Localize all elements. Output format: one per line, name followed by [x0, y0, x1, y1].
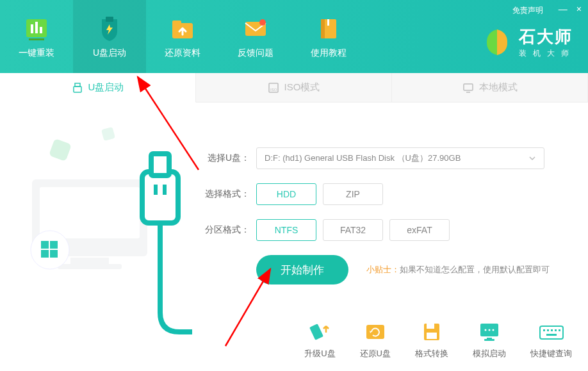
svg-rect-20 — [40, 187, 140, 238]
action-label: 格式转换 — [415, 348, 448, 359]
format-label: 选择格式： — [205, 188, 250, 200]
action-label: 快捷键查询 — [530, 348, 572, 359]
start-button[interactable]: 开始制作 — [256, 255, 348, 284]
format-hdd[interactable]: HDD — [256, 183, 316, 205]
nav-usb-boot[interactable]: U盘启动 — [73, 0, 146, 73]
svg-rect-29 — [50, 250, 58, 258]
nav-label: U盘启动 — [93, 47, 126, 59]
format-zip[interactable]: ZIP — [323, 183, 383, 205]
action-label: 模拟启动 — [473, 348, 506, 359]
usb-shield-icon — [95, 14, 124, 42]
svg-point-40 — [485, 329, 487, 331]
mail-icon — [241, 14, 270, 42]
svg-rect-11 — [321, 19, 325, 38]
svg-rect-34 — [309, 324, 323, 340]
action-simulate-boot[interactable]: 模拟启动 — [473, 321, 506, 359]
action-hotkey-query[interactable]: 快捷键查询 — [530, 321, 572, 359]
nav-label: 还原资料 — [165, 47, 200, 59]
svg-rect-1 — [31, 24, 33, 33]
monitor-dots-icon — [477, 321, 502, 343]
tip-body: 如果不知道怎么配置，使用默认配置即可 — [400, 265, 550, 274]
main-nav: 一键重装 U盘启动 还原资料 反馈问题 使用教程 — [0, 0, 365, 73]
udisk-label: 选择U盘： — [205, 153, 250, 164]
usb-icon — [72, 82, 83, 94]
nav-tutorial[interactable]: 使用教程 — [292, 0, 365, 73]
action-upgrade-usb[interactable]: 升级U盘 — [304, 321, 335, 359]
window-controls: — × — [559, 4, 582, 14]
svg-rect-3 — [40, 27, 42, 33]
tab-local[interactable]: 本地模式 — [392, 73, 588, 103]
nav-reinstall[interactable]: 一键重装 — [0, 0, 73, 73]
svg-rect-38 — [427, 333, 437, 339]
topbar: 免责声明 — × 一键重装 U盘启动 还原资料 反馈问题 — [0, 0, 588, 73]
action-label: 升级U盘 — [304, 348, 335, 359]
svg-rect-2 — [35, 22, 38, 33]
action-restore-usb[interactable]: 还原U盘 — [360, 321, 391, 359]
svg-rect-48 — [551, 329, 553, 331]
svg-rect-51 — [546, 334, 557, 336]
nav-label: 一键重装 — [19, 47, 54, 59]
svg-rect-30 — [142, 172, 178, 223]
svg-rect-47 — [547, 329, 549, 331]
main-panel: 选择U盘： D:F: (hd1) General USB Flash Disk … — [0, 103, 588, 371]
udisk-select[interactable]: D:F: (hd1) General USB Flash Disk （U盘）27… — [256, 147, 544, 169]
svg-rect-5 — [106, 17, 113, 22]
tip-text: 小贴士：如果不知道怎么配置，使用默认配置即可 — [366, 264, 550, 276]
nav-label: 使用教程 — [311, 47, 347, 59]
svg-point-9 — [259, 19, 266, 26]
usb-illustration — [0, 115, 192, 340]
svg-text:ISO: ISO — [270, 88, 277, 92]
svg-rect-21 — [70, 258, 109, 264]
action-format-convert[interactable]: 格式转换 — [415, 321, 448, 359]
folder-up-icon — [168, 14, 197, 42]
tab-label: U盘启动 — [88, 81, 124, 94]
disclaimer-link[interactable]: 免责声明 — [512, 5, 543, 16]
tab-usb-boot[interactable]: U盘启动 — [0, 73, 196, 103]
restore-icon — [363, 321, 388, 343]
udisk-value: D:F: (hd1) General USB Flash Disk （U盘）27… — [265, 153, 461, 164]
svg-rect-27 — [50, 241, 58, 249]
svg-rect-4 — [29, 38, 44, 40]
bar-chart-icon — [22, 14, 51, 42]
svg-rect-46 — [543, 329, 545, 331]
svg-rect-50 — [559, 329, 560, 331]
svg-rect-22 — [58, 264, 122, 269]
partition-exfat[interactable]: exFAT — [389, 219, 450, 241]
svg-rect-33 — [163, 185, 167, 195]
bottom-actions: 升级U盘 还原U盘 格式转换 模拟启动 快捷键查询 — [304, 321, 572, 359]
minimize-button[interactable]: — — [559, 4, 568, 14]
svg-rect-24 — [101, 127, 115, 141]
svg-rect-37 — [427, 324, 434, 329]
chevron-down-icon — [528, 154, 536, 162]
partition-fat32[interactable]: FAT32 — [323, 219, 383, 241]
usb-up-icon — [307, 321, 332, 343]
mode-tabs: U盘启动 ISO ISO模式 本地模式 — [0, 73, 588, 103]
svg-rect-28 — [41, 250, 49, 258]
svg-rect-14 — [74, 87, 81, 92]
tab-iso[interactable]: ISO ISO模式 — [196, 73, 392, 103]
monitor-icon — [462, 82, 474, 94]
partition-ntfs[interactable]: NTFS — [256, 219, 316, 241]
brand-title: 石大师 — [519, 26, 575, 48]
keyboard-icon — [539, 321, 564, 343]
brand-logo-icon — [482, 27, 512, 58]
book-icon — [314, 14, 343, 42]
config-form: 选择U盘： D:F: (hd1) General USB Flash Disk … — [205, 147, 564, 299]
close-button[interactable]: × — [576, 4, 582, 14]
svg-rect-35 — [366, 325, 384, 339]
floppy-icon — [419, 321, 445, 343]
svg-rect-26 — [41, 241, 49, 249]
svg-rect-31 — [151, 154, 169, 176]
svg-rect-23 — [49, 138, 72, 161]
action-label: 还原U盘 — [360, 348, 391, 359]
svg-rect-12 — [327, 19, 329, 26]
tab-label: ISO模式 — [284, 81, 320, 94]
brand: 石大师 装机大师 — [482, 26, 575, 59]
tip-head: 小贴士： — [366, 265, 400, 274]
svg-rect-7 — [172, 21, 181, 26]
brand-subtitle: 装机大师 — [519, 48, 575, 59]
nav-feedback[interactable]: 反馈问题 — [219, 0, 292, 73]
nav-restore[interactable]: 还原资料 — [146, 0, 219, 73]
svg-point-42 — [493, 329, 494, 331]
svg-rect-17 — [464, 84, 473, 90]
